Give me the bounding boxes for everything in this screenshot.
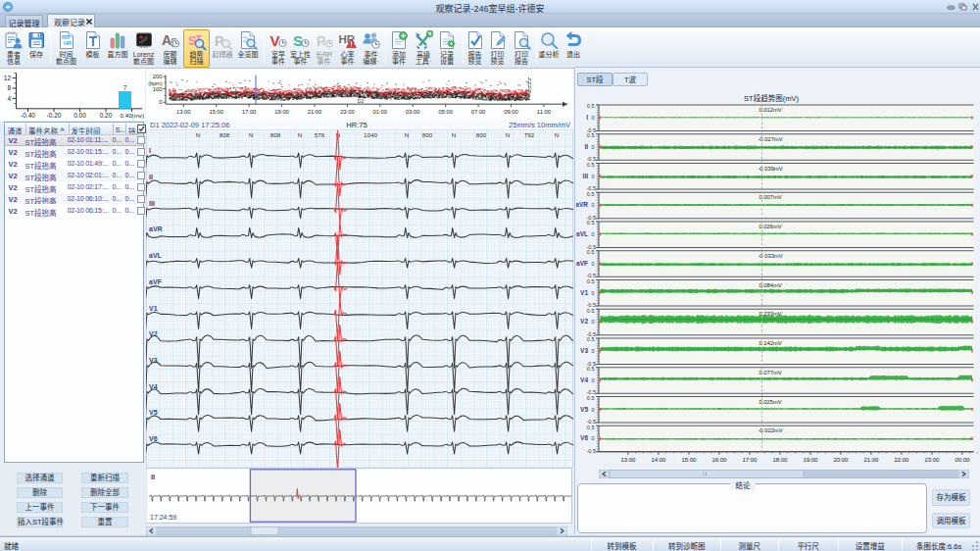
svg-text:09:00: 09:00 — [504, 109, 518, 115]
svg-text:V1: V1 — [149, 305, 158, 312]
svg-text:808: 808 — [220, 131, 230, 138]
svg-text:HR:75: HR:75 — [346, 121, 367, 129]
svg-text:-0.20: -0.20 — [47, 112, 62, 119]
svg-text:03:00: 03:00 — [406, 109, 420, 115]
svg-text:0: 0 — [591, 261, 594, 267]
svg-text:aVF: aVF — [576, 260, 588, 267]
svg-text:0: 0 — [591, 202, 594, 208]
svg-text:RR: RR — [62, 34, 70, 40]
svg-text:aVF: aVF — [149, 278, 163, 285]
svg-text:(bpm): (bpm) — [148, 80, 163, 86]
svg-text:N: N — [196, 131, 200, 138]
svg-text:II: II — [149, 174, 153, 180]
svg-text:N: N — [298, 131, 302, 138]
svg-text:D1 2022-02-09 17:25:06: D1 2022-02-09 17:25:06 — [150, 121, 229, 129]
svg-text:05:00: 05:00 — [438, 109, 453, 115]
svg-text:800: 800 — [422, 131, 433, 138]
svg-text:ST段趋势图(mV): ST段趋势图(mV) — [744, 93, 799, 103]
svg-text:0.5: 0.5 — [587, 278, 595, 284]
svg-text:N: N — [452, 131, 456, 138]
svg-text:aVL: aVL — [576, 230, 588, 237]
svg-text:0: 0 — [591, 144, 594, 150]
svg-text:0.5: 0.5 — [587, 249, 595, 255]
svg-text:aVL: aVL — [149, 252, 163, 259]
svg-text:-0.40: -0.40 — [21, 112, 35, 119]
svg-text:V5: V5 — [149, 409, 158, 416]
svg-text:0.00: 0.00 — [74, 112, 86, 119]
svg-text:0.20: 0.20 — [100, 112, 113, 119]
svg-text:25mm/s 10mm/mV: 25mm/s 10mm/mV — [509, 121, 570, 129]
svg-text:V5: V5 — [580, 406, 588, 413]
svg-text:0.5: 0.5 — [587, 191, 595, 197]
svg-text:0: 0 — [159, 99, 162, 105]
svg-text:I: I — [586, 114, 588, 121]
svg-text:V: V — [270, 32, 280, 49]
svg-text:0.5: 0.5 — [587, 308, 595, 314]
svg-text:V3: V3 — [580, 347, 588, 354]
svg-text:17:00: 17:00 — [242, 109, 257, 115]
svg-text:17:24:59: 17:24:59 — [150, 514, 176, 521]
svg-text:II: II — [584, 143, 588, 150]
svg-text:21:00: 21:00 — [863, 457, 879, 463]
svg-text:200: 200 — [153, 74, 163, 79]
svg-text:00:00: 00:00 — [955, 457, 970, 463]
svg-text:800: 800 — [476, 131, 487, 138]
svg-text:aVR: aVR — [576, 201, 588, 208]
svg-text:V2: V2 — [580, 318, 588, 325]
svg-text:N: N — [405, 131, 409, 138]
svg-text:15:00: 15:00 — [681, 457, 697, 463]
svg-text:0: 0 — [591, 115, 594, 121]
svg-text:19:00: 19:00 — [274, 109, 289, 115]
svg-text:17:00: 17:00 — [742, 457, 758, 463]
svg-text:23:00: 23:00 — [340, 109, 355, 115]
svg-text:100: 100 — [153, 86, 163, 92]
svg-text:0: 0 — [591, 174, 594, 179]
svg-text:23:00: 23:00 — [924, 457, 940, 463]
svg-text:4: 4 — [7, 95, 11, 102]
svg-text:0.5: 0.5 — [587, 336, 595, 342]
svg-text:V6: V6 — [149, 435, 158, 442]
svg-text:19:00: 19:00 — [803, 457, 818, 463]
svg-text:0.5: 0.5 — [587, 103, 595, 109]
svg-text:0.5: 0.5 — [587, 425, 595, 430]
svg-text:-0.5: -0.5 — [587, 448, 596, 454]
svg-text:0: 0 — [591, 435, 594, 441]
svg-text:11:00: 11:00 — [537, 109, 551, 115]
svg-text:14:00: 14:00 — [651, 457, 666, 463]
svg-text:III: III — [583, 173, 589, 179]
svg-text:0.5: 0.5 — [587, 395, 595, 401]
svg-text:D2: D2 — [358, 98, 365, 104]
svg-text:0.5: 0.5 — [587, 366, 595, 372]
svg-text:576: 576 — [315, 131, 325, 138]
svg-text:18:00: 18:00 — [772, 457, 788, 463]
svg-text:I: I — [149, 147, 151, 154]
svg-text:21:00: 21:00 — [308, 109, 322, 115]
svg-text:01:00: 01:00 — [373, 109, 388, 115]
svg-text:7: 7 — [123, 84, 127, 91]
svg-text:0: 0 — [591, 290, 594, 296]
svg-text:0: 0 — [591, 319, 594, 325]
svg-text:22:00: 22:00 — [894, 457, 909, 463]
svg-text:20:00: 20:00 — [833, 457, 849, 463]
svg-text:0: 0 — [591, 231, 594, 237]
svg-text:16:00: 16:00 — [711, 457, 727, 463]
svg-text:808: 808 — [270, 131, 281, 138]
svg-text:792: 792 — [524, 131, 535, 138]
svg-text:13:00: 13:00 — [176, 109, 191, 115]
svg-text:13:00: 13:00 — [620, 457, 636, 463]
svg-text:0: 0 — [591, 348, 594, 354]
svg-text:N: N — [555, 131, 559, 138]
svg-text:N: N — [506, 131, 510, 138]
svg-text:V1: V1 — [580, 289, 588, 296]
svg-text:III: III — [149, 200, 155, 207]
svg-text:12: 12 — [4, 75, 12, 81]
svg-text:0.40(mv): 0.40(mv) — [121, 112, 144, 119]
svg-text:0.5: 0.5 — [587, 132, 595, 138]
svg-text:0: 0 — [591, 407, 594, 413]
svg-text:8: 8 — [7, 84, 11, 91]
svg-text:0.5: 0.5 — [587, 162, 595, 168]
svg-text:aVR: aVR — [149, 225, 163, 232]
svg-text:1040: 1040 — [364, 131, 377, 138]
svg-text:15:00: 15:00 — [209, 109, 223, 115]
svg-text:07:00: 07:00 — [471, 109, 486, 115]
